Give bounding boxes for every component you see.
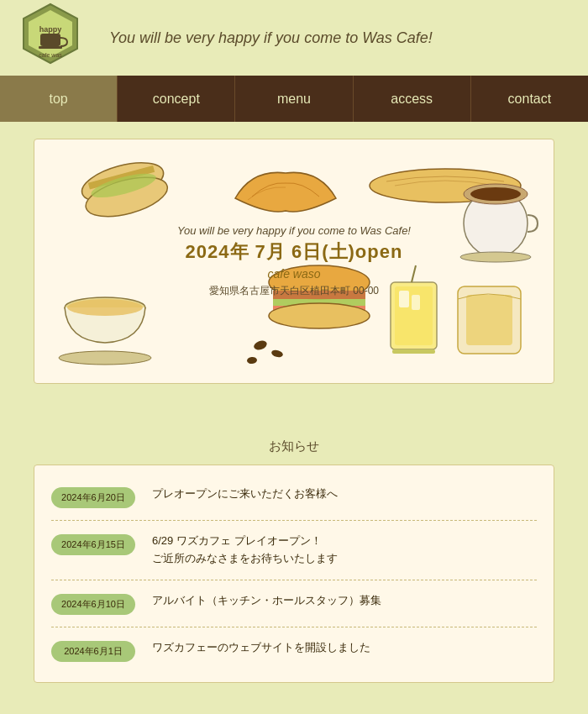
nav-item-concept[interactable]: concept: [118, 76, 235, 122]
hero-address: 愛知県名古屋市天白区植田本町 00-00: [177, 284, 411, 298]
news-section: お知らせ 2024年6月20日 プレオープンにご来いただくお客様へ 2024年6…: [34, 438, 554, 683]
svg-point-13: [470, 187, 521, 201]
svg-point-32: [270, 349, 284, 358]
logo[interactable]: happy cafe was: [17, 0, 92, 76]
main-content: You will be very happy if you come to Wa…: [0, 122, 588, 700]
hero-date: 2024年 7月 6日(土)open: [177, 240, 411, 265]
nav-item-access[interactable]: access: [354, 76, 471, 122]
news-text: プレオープンにご来いただくお客様へ: [152, 486, 338, 503]
news-text: アルバイト（キッチン・ホールスタッフ）募集: [152, 592, 381, 610]
svg-line-27: [412, 265, 416, 282]
svg-point-22: [269, 303, 370, 328]
nav-item-menu[interactable]: menu: [235, 76, 353, 122]
svg-point-31: [253, 339, 268, 352]
svg-rect-26: [412, 295, 420, 310]
news-container: 2024年6月20日 プレオープンにご来いただくお客様へ 2024年6月15日 …: [34, 465, 554, 683]
nav-item-contact[interactable]: contact: [471, 76, 588, 122]
hero-text-overlay: You will be very happy if you come to Wa…: [177, 224, 411, 298]
news-item: 2024年6月10日 アルバイト（キッチン・ホールスタッフ）募集: [51, 580, 537, 627]
news-item: 2024年6月15日 6/29 ワズカフェ プレイオープン！ ご近所のみなさまを…: [51, 521, 537, 580]
svg-rect-30: [466, 295, 512, 345]
svg-text:cafe was: cafe was: [39, 52, 62, 58]
news-date-badge: 2024年6月15日: [51, 534, 135, 555]
svg-rect-28: [392, 349, 435, 354]
svg-rect-3: [40, 34, 60, 46]
main-nav: top concept menu access contact: [0, 76, 588, 122]
news-date-badge: 2024年6月1日: [51, 641, 135, 662]
hero-banner: You will be very happy if you come to Wa…: [34, 139, 554, 384]
svg-point-33: [247, 356, 258, 364]
svg-point-14: [460, 252, 531, 262]
svg-point-17: [59, 351, 151, 365]
site-header: happy cafe was You will be very happy if…: [0, 0, 588, 76]
header-tagline: You will be very happy if you come to Wa…: [109, 29, 433, 47]
news-item: 2024年6月20日 プレオープンにご来いただくお客様へ: [51, 474, 537, 521]
svg-text:happy: happy: [39, 25, 62, 34]
hero-content: You will be very happy if you come to Wa…: [47, 152, 541, 370]
news-date-badge: 2024年6月10日: [51, 594, 135, 615]
svg-point-16: [67, 299, 143, 316]
news-section-title: お知らせ: [34, 438, 554, 454]
news-item: 2024年6月1日 ワズカフェーのウェブサイトを開設しました: [51, 627, 537, 674]
nav-item-top[interactable]: top: [0, 76, 118, 122]
news-text: ワズカフェーのウェブサイトを開設しました: [152, 639, 370, 657]
news-date-badge: 2024年6月20日: [51, 487, 135, 508]
hero-cafe-name: cafe waso: [177, 267, 411, 281]
svg-rect-4: [39, 46, 62, 49]
hero-subtitle: You will be very happy if you come to Wa…: [177, 224, 411, 237]
news-text: 6/29 ワズカフェ プレイオープン！ ご近所のみなさまをお待ちいたします: [152, 533, 338, 568]
